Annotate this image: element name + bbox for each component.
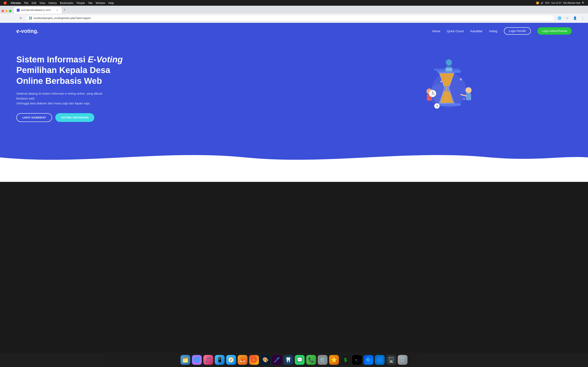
back-button[interactable]: ← [2, 15, 8, 21]
dock-trash[interactable]: 🗑️ [398, 355, 407, 365]
menu-chrome[interactable]: Chrome [11, 1, 21, 4]
hero-title-line3: Online Berbasis Web [16, 76, 102, 86]
tab-close-button[interactable]: ✕ [56, 8, 59, 12]
chrome-tabbar: V SISTEM INFORMASI E-VOTING P ✕ + [0, 6, 588, 13]
hero-buttons: LIHAT KANDIDAT VOTING SEKARANG [16, 113, 322, 122]
address-bar[interactable]: ℹ️ localhost/project_evoting/index.php?a… [26, 15, 554, 21]
hero-title-bold: E-Voting [88, 55, 123, 64]
dock-cashculator[interactable]: $ [341, 355, 350, 365]
dock-xd[interactable]: 🖊️ [272, 355, 282, 365]
battery-percent: 65% [545, 2, 550, 4]
dock-mamp[interactable]: 🦷 [283, 355, 293, 365]
svg-rect-8 [446, 68, 452, 72]
macos-dock: 🗂️ 🌐 🎵 📱 🧭 🦊 ⭕ 🎨 🖊️ 🦷 💬 📞 ⚙️ ⭐ $ >_ 🔷 🌀 … [0, 353, 588, 367]
svg-point-24 [460, 78, 462, 81]
menu-file[interactable]: File [24, 1, 28, 4]
translate-icon[interactable]: 🌐 [557, 15, 562, 21]
svg-rect-9 [445, 71, 453, 72]
dock-itunes[interactable]: 🎵 [203, 355, 213, 365]
login-pemilih-button[interactable]: Login Pemilih [504, 27, 531, 35]
dock-blue-globe[interactable]: 🔷 [363, 355, 373, 365]
volume-icon: 🔊 [541, 2, 544, 4]
svg-point-6 [446, 59, 452, 66]
dock-teamviewer[interactable]: 🌀 [375, 355, 385, 365]
tab-area: V SISTEM INFORMASI E-VOTING P ✕ + [14, 7, 586, 13]
dock-settings[interactable]: ⚙️ [318, 355, 328, 365]
menu-left: 🍎 Chrome File Edit View History Bookmark… [3, 1, 114, 5]
hero-section: Sistem Informasi E-Voting Pemilihan Kepa… [0, 39, 588, 145]
dock-firefox[interactable]: 🦊 [238, 355, 247, 365]
dock-photoshop[interactable]: 🎨 [260, 355, 270, 365]
menu-window[interactable]: Window [95, 1, 105, 4]
dock-star[interactable]: ⭐ [329, 355, 339, 365]
dock-chrome[interactable]: ⭕ [249, 355, 259, 365]
dock-terminal[interactable]: >_ [352, 355, 362, 365]
dock-monitor[interactable]: 🖥️ [386, 355, 396, 365]
chrome-toolbar-right: 🌐 ☆ 👤 ⋮ [557, 15, 586, 21]
dock-whatsapp[interactable]: 💬 [295, 355, 305, 365]
svg-rect-2 [437, 103, 461, 106]
nav-kandidat[interactable]: Kandidat [470, 29, 482, 33]
reload-button[interactable]: ↻ [18, 15, 24, 21]
wave-svg [0, 145, 588, 166]
profile-icon[interactable]: 👤 [572, 15, 578, 21]
datetime: Sun 21:57 [551, 2, 562, 4]
svg-rect-17 [466, 93, 471, 100]
chrome-addressbar: ← → ↻ ℹ️ localhost/project_evoting/index… [0, 13, 588, 23]
hero-desc-line1: Selamat datang di sistem informasi e-vot… [16, 92, 102, 100]
lihat-kandidat-button[interactable]: LIHAT KANDIDAT [16, 113, 52, 122]
hero-svg [322, 55, 572, 121]
hero-description: Selamat datang di sistem informasi e-vot… [16, 91, 114, 106]
hero-content: Sistem Informasi E-Voting Pemilihan Kepa… [16, 54, 322, 122]
nav-voting[interactable]: Voting [489, 29, 497, 33]
wave-separator [0, 145, 588, 166]
battery-indicator: 65% [545, 2, 550, 4]
menu-edit[interactable]: Edit [32, 1, 36, 4]
menu-items: Chrome File Edit View History Bookmarks … [11, 1, 114, 4]
close-button[interactable] [2, 10, 4, 12]
voting-sekarang-button[interactable]: VOTING SEKARANG [55, 113, 94, 122]
site-navigation: e-voting. Home Quick Count Kandidat Voti… [0, 23, 588, 39]
wifi-icon: 📶 [536, 2, 539, 4]
nav-links: Home Quick Count Kandidat Voting Login P… [432, 27, 572, 35]
bookmark-icon[interactable]: ☆ [564, 15, 570, 21]
hero-title-line2: Pemilihan Kepala Desa [16, 65, 110, 75]
webpage: e-voting. Home Quick Count Kandidat Voti… [0, 23, 588, 182]
site-logo: e-voting. [16, 28, 38, 34]
address-text: localhost/project_evoting/index.php?aler… [34, 17, 91, 20]
nav-home[interactable]: Home [432, 29, 440, 33]
tab-title: SISTEM INFORMASI E-VOTING P [21, 9, 54, 11]
status-bar: 📶 🔊 65% Sun 21:57 Diki Alfarabi Hadi 🔍 [536, 2, 585, 4]
apple-menu[interactable]: 🍎 [3, 1, 7, 5]
svg-point-25 [463, 98, 465, 100]
macos-menubar: 🍎 Chrome File Edit View History Bookmark… [0, 0, 588, 6]
menu-icon[interactable]: ⋮ [580, 15, 586, 21]
menu-people[interactable]: People [77, 1, 85, 4]
menu-bookmarks[interactable]: Bookmarks [60, 1, 73, 4]
minimize-button[interactable] [5, 10, 8, 12]
hero-desc-line2: Sehingga bisa diakses dari mana saja dan… [16, 101, 90, 105]
menu-view[interactable]: View [39, 1, 45, 4]
forward-button[interactable]: → [10, 15, 16, 21]
dock-appstore[interactable]: 📱 [215, 355, 225, 365]
menu-help[interactable]: Help [108, 1, 114, 4]
dock-siri[interactable]: 🌐 [192, 355, 202, 365]
nav-quick-count[interactable]: Quick Count [447, 29, 464, 33]
tab-favicon: V [17, 9, 20, 12]
dock-phone[interactable]: 📞 [306, 355, 316, 365]
new-tab-button[interactable]: + [62, 7, 67, 13]
lock-icon: ℹ️ [29, 17, 32, 20]
dock-safari[interactable]: 🧭 [226, 355, 236, 365]
traffic-lights [2, 10, 11, 12]
hero-illustration [322, 55, 572, 121]
search-icon[interactable]: 🔍 [582, 2, 585, 4]
hero-title: Sistem Informasi E-Voting Pemilihan Kepa… [16, 54, 322, 86]
login-admin-button[interactable]: Login Admin/Panitia [537, 27, 572, 35]
menu-tab[interactable]: Tab [88, 1, 92, 4]
svg-point-16 [466, 87, 472, 93]
active-tab[interactable]: V SISTEM INFORMASI E-VOTING P ✕ [14, 7, 62, 13]
menu-history[interactable]: History [48, 1, 57, 4]
dock-finder[interactable]: 🗂️ [181, 355, 190, 365]
username: Diki Alfarabi Hadi [563, 2, 580, 4]
maximize-button[interactable] [9, 10, 11, 12]
